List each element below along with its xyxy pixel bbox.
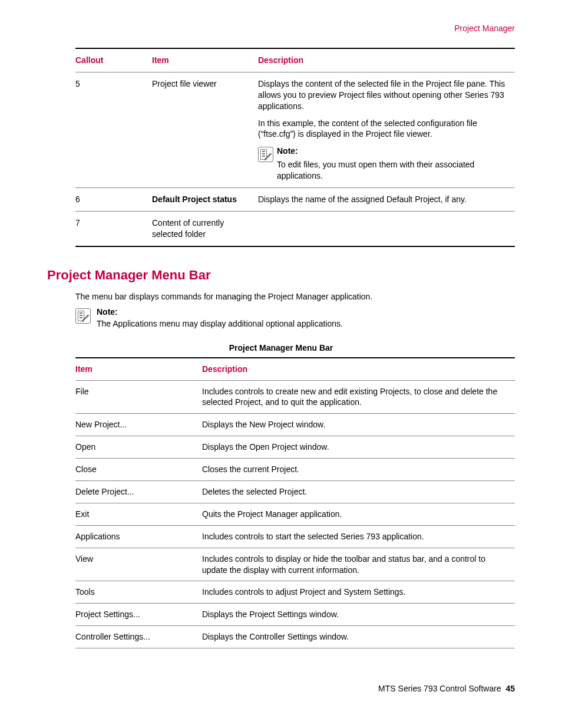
th-item: Item [75,358,202,380]
note-title: Note: [97,307,343,317]
cell-description: Deletes the selected Project. [202,481,515,503]
cell-description: Displays the New Project window. [202,414,515,436]
table-row: Applications Includes controls to start … [75,525,515,548]
cell-item: Project file viewer [152,72,258,187]
cell-description: Displays the Open Project window. [202,436,515,459]
cell-callout: 7 [75,211,152,246]
table-row: Delete Project... Deletes the selected P… [75,481,515,503]
cell-description: Displays the name of the assigned Defaul… [258,188,515,212]
cell-description: Includes controls to create new and edit… [202,380,515,414]
table-row: Close Closes the current Project. [75,459,515,481]
th-item: Item [152,48,258,72]
page-footer: MTS Series 793 Control Software 45 [47,684,515,693]
note-title: Note: [277,146,510,157]
note-icon [258,147,273,162]
cell-item: Open [75,436,202,459]
th-description: Description [258,48,515,72]
table-row: Project Settings... Displays the Project… [75,604,515,626]
cell-description: Displays the Project Settings window. [202,604,515,626]
cell-description [258,211,515,246]
th-callout: Callout [75,48,152,72]
cell-description: Closes the current Project. [202,459,515,481]
cell-description: Includes controls to display or hide the… [202,548,515,581]
table-row: Controller Settings... Displays the Cont… [75,626,515,648]
callout-table: Callout Item Description 5 Project file … [75,48,515,247]
cell-item: Applications [75,525,202,548]
cell-item: File [75,380,202,414]
cell-item: Default Project status [152,188,258,212]
note-text: To edit files, you must open them with t… [277,159,510,182]
section-heading: Project Manager Menu Bar [47,268,515,283]
cell-item: Tools [75,581,202,604]
note-text: The Applications menu may display additi… [97,319,343,328]
footer-title: MTS Series 793 Control Software [378,684,501,693]
cell-item: Project Settings... [75,604,202,626]
menu-bar-table: Item Description File Includes controls … [75,357,515,648]
cell-description: Displays the content of the selected fil… [258,72,515,187]
th-description: Description [202,358,515,380]
cell-callout: 5 [75,72,152,187]
table-caption: Project Manager Menu Bar [47,343,515,353]
cell-item: View [75,548,202,581]
note-block: Note: The Applications menu may display … [75,307,515,328]
table-row: Open Displays the Open Project window. [75,436,515,459]
table-row: 5 Project file viewer Displays the conte… [75,72,515,187]
intro-paragraph: The menu bar displays commands for manag… [75,292,515,301]
table-row: File Includes controls to create new and… [75,380,515,414]
page-number: 45 [505,684,515,693]
note-icon [75,308,91,324]
running-header: Project Manager [47,24,515,33]
cell-description: Includes controls to adjust Project and … [202,581,515,604]
cell-description: Displays the Controller Settings window. [202,626,515,648]
note-block: Note: To edit files, you must open them … [258,146,510,182]
desc-paragraph: In this example, the content of the sele… [258,118,510,140]
table-row: 6 Default Project status Displays the na… [75,188,515,212]
table-row: Exit Quits the Project Manager applicati… [75,503,515,525]
table-row: Tools Includes controls to adjust Projec… [75,581,515,604]
cell-description: Quits the Project Manager application. [202,503,515,525]
table-row: 7 Content of currently selected folder [75,211,515,246]
table-row: View Includes controls to display or hid… [75,548,515,581]
desc-paragraph: Displays the content of the selected fil… [258,78,510,112]
cell-item: New Project... [75,414,202,436]
table-row: New Project... Displays the New Project … [75,414,515,436]
cell-item: Exit [75,503,202,525]
cell-item: Close [75,459,202,481]
cell-description: Includes controls to start the selected … [202,525,515,548]
cell-item: Delete Project... [75,481,202,503]
cell-callout: 6 [75,188,152,212]
cell-item: Content of currently selected folder [152,211,258,246]
cell-item: Controller Settings... [75,626,202,648]
